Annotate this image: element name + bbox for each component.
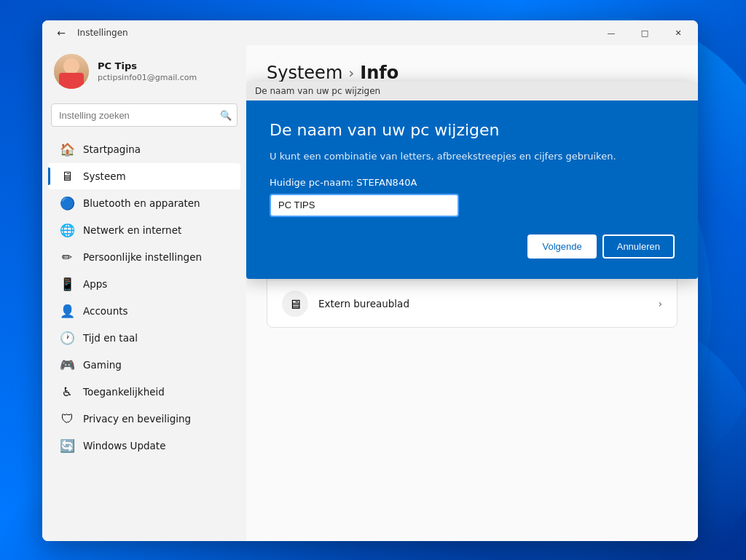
modal-description: U kunt een combinatie van letters, afbre… [270,149,675,164]
home-icon: 🏠 [60,142,74,157]
sidebar-item-apps[interactable]: 📱 Apps [48,271,240,297]
rename-modal: De naam van uw pc wijzigen De naam van u… [246,82,698,279]
accessibility-icon: ♿ [60,384,74,399]
user-info: PC Tips pctipsinfo01@gmail.com [98,60,235,82]
avatar [54,54,89,89]
sidebar-item-label: Bluetooth en apparaten [83,197,200,209]
window-title: Instellingen [77,28,594,38]
modal-current-label: Huidige pc-naam: STEFAN840A [270,177,675,188]
back-button[interactable]: ← [51,23,71,43]
modal-titlebar: De naam van uw pc wijzigen [246,82,698,100]
sidebar-item-label: Toegankelijkheid [83,386,165,398]
modal-titlebar-text: De naam van uw pc wijzigen [255,86,380,96]
sidebar-item-netwerk[interactable]: 🌐 Netwerk en internet [48,217,240,243]
window-controls: — □ ✕ [594,21,695,44]
close-button[interactable]: ✕ [661,21,695,44]
sidebar-item-label: Accounts [83,305,128,317]
personalize-icon: ✏️ [60,250,74,264]
sidebar-item-label: Netwerk en internet [83,224,181,236]
bluetooth-icon: 🔵 [60,196,74,210]
gaming-icon: 🎮 [60,358,74,372]
sidebar: PC Tips pctipsinfo01@gmail.com 🔍 🏠 Start… [42,45,246,541]
sidebar-item-toegankelijkheid[interactable]: ♿ Toegankelijkheid [48,379,240,405]
sidebar-item-label: Windows Update [83,440,165,451]
sidebar-item-label: Tijd en taal [83,332,138,344]
user-profile: PC Tips pctipsinfo01@gmail.com [42,45,246,100]
modal-content: De naam van uw pc wijzigen U kunt een co… [246,100,698,279]
system-icon: 🖥 [60,169,74,184]
sidebar-item-bluetooth[interactable]: 🔵 Bluetooth en apparaten [48,190,240,216]
modal-heading: De naam van uw pc wijzigen [270,121,675,139]
sidebar-item-gaming[interactable]: 🎮 Gaming [48,352,240,378]
restore-button[interactable]: □ [628,21,661,44]
sidebar-item-systeem[interactable]: 🖥 Systeem [48,163,240,189]
sidebar-item-update[interactable]: 🔄 Windows Update [48,433,240,459]
update-icon: 🔄 [60,438,74,453]
sidebar-item-persoonlijk[interactable]: ✏️ Persoonlijke instellingen [48,244,240,270]
content-area: Systeem › Info STEFAN840A Parallels ARM … [246,45,698,541]
next-button[interactable]: Volgende [527,234,596,259]
privacy-icon: 🛡 [60,411,74,426]
accounts-icon: 👤 [60,304,74,318]
sidebar-item-label: Startpagina [83,143,141,155]
sidebar-item-label: Persoonlijke instellingen [83,251,202,263]
network-icon: 🌐 [60,223,74,237]
sidebar-item-privacy[interactable]: 🛡 Privacy en beveiliging [48,406,240,432]
cancel-button[interactable]: Annuleren [602,234,675,259]
sidebar-item-label: Privacy en beveiliging [83,413,191,425]
search-input[interactable] [51,103,237,127]
pc-name-input[interactable] [270,194,459,217]
sidebar-item-label: Gaming [83,359,122,371]
sidebar-item-accounts[interactable]: 👤 Accounts [48,298,240,324]
sidebar-nav: 🏠 Startpagina 🖥 Systeem 🔵 Bluetooth en a… [42,135,246,460]
sidebar-item-tijd[interactable]: 🕐 Tijd en taal [48,325,240,351]
user-name: PC Tips [98,60,235,71]
sidebar-item-label: Apps [83,278,107,290]
user-email: pctipsinfo01@gmail.com [98,73,235,82]
modal-buttons: Volgende Annuleren [270,234,675,259]
apps-icon: 📱 [60,277,74,291]
sidebar-item-startpagina[interactable]: 🏠 Startpagina [48,136,240,162]
settings-window: ← Instellingen — □ ✕ PC Tips pctipsin [42,20,698,541]
modal-overlay: De naam van uw pc wijzigen De naam van u… [246,45,698,541]
minimize-button[interactable]: — [594,21,628,44]
time-icon: 🕐 [60,331,74,345]
search-icon: 🔍 [220,110,232,121]
titlebar: ← Instellingen — □ ✕ [42,20,698,45]
search-box: 🔍 [51,103,237,127]
sidebar-item-label: Systeem [83,170,126,182]
window-body: PC Tips pctipsinfo01@gmail.com 🔍 🏠 Start… [42,45,698,541]
